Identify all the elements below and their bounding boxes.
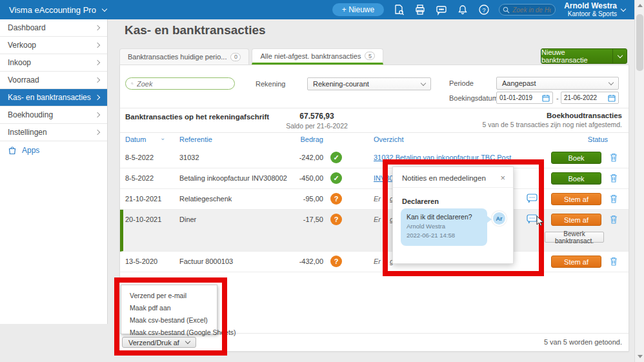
table-row[interactable]: 13-5-2020 Factuur 8000103 -432,00 ? Er i… — [120, 252, 629, 272]
chevron-right-icon — [95, 43, 100, 48]
cell-referentie: Relatiegeschenk — [179, 195, 232, 203]
help-search-box[interactable] — [499, 4, 556, 15]
row-action-button[interactable]: Boek — [551, 172, 601, 185]
tab-label: Alle niet-afgest. banktransacties — [260, 52, 361, 60]
row-action-button[interactable]: Stem af — [551, 193, 601, 205]
chevron-down-icon — [421, 80, 426, 85]
trash-icon[interactable] — [609, 214, 618, 226]
cell-datum: 21-10-2021 — [125, 195, 161, 203]
notes-popup-title: Notities en mededelingen — [402, 174, 486, 182]
date-to-input[interactable]: 21-06-2022 — [561, 92, 619, 104]
help-search-input[interactable] — [512, 5, 551, 15]
edit-banktransaction-button[interactable]: Bewerk banktransact. — [545, 232, 604, 243]
new-button[interactable]: + Nieuwe — [332, 3, 384, 16]
user-company: Kantoor & Sports — [564, 10, 617, 17]
trash-icon[interactable] — [609, 194, 618, 205]
period-select[interactable]: Aangepast — [496, 77, 619, 90]
column-referentie[interactable]: Referentie — [179, 136, 212, 143]
account-select[interactable]: Rekening-courant — [307, 77, 431, 90]
date-range-separator: - — [556, 94, 559, 102]
bookkeeping-summary: Boekhoudtransacties 5 van de 5 transacti… — [482, 112, 622, 128]
trash-icon[interactable] — [609, 152, 618, 164]
menu-item[interactable]: Maak pdf aan — [121, 302, 217, 314]
table-search-box[interactable] — [125, 77, 235, 90]
sidebar-item-label: Instellingen — [8, 128, 47, 137]
messages-icon[interactable] — [435, 3, 448, 16]
menu-item[interactable]: Verzend per e-mail — [121, 290, 217, 302]
account-select-value: Rekening-courant — [313, 80, 369, 88]
balance-amount: 67.576,93 — [246, 112, 388, 121]
row-action-button[interactable]: Boek — [551, 152, 601, 164]
balance-caption: Saldo per 21-6-2022 — [246, 122, 388, 130]
tab-count-badge: 0 — [230, 53, 241, 61]
document-search-icon[interactable] — [392, 3, 405, 16]
chevron-down-icon — [185, 339, 190, 344]
mouse-cursor-icon — [536, 216, 545, 227]
chevron-down-icon — [102, 6, 107, 11]
sidebar-item-label: Verkoop — [8, 41, 36, 50]
column-bedrag[interactable]: Bedrag — [262, 136, 323, 143]
new-banktransaction-label: Nieuwe banktransactie — [541, 49, 612, 63]
row-action-button[interactable]: Stem af — [551, 214, 601, 226]
cell-bedrag: -95,00 — [262, 195, 323, 203]
menu-item[interactable]: Maak csv-bestand (Excel) — [121, 314, 217, 327]
sidebar-item[interactable]: Verkoop — [0, 37, 107, 54]
comment-icon[interactable] — [527, 194, 538, 205]
page-scrollbar[interactable] — [634, 0, 644, 362]
calendar-icon[interactable] — [542, 94, 550, 102]
notes-popup: Notities en mededelingen × Declareren Ka… — [392, 166, 514, 264]
sidebar-item[interactable]: Dashboard — [0, 19, 107, 37]
chevron-down-icon — [621, 6, 626, 11]
cell-referentie: Factuur 8000103 — [179, 257, 233, 265]
user-menu[interactable]: Arnold Westra Kantoor & Sports — [564, 2, 625, 17]
tab[interactable]: Banktransacties huidige perio... 0 — [119, 48, 249, 65]
sidebar-item-apps[interactable]: Apps — [0, 141, 107, 159]
table-row[interactable]: 21-10-2021 Relatiegeschenk -95,00 ? Er i… — [120, 189, 629, 210]
trash-icon[interactable] — [609, 256, 618, 268]
sidebar-item[interactable]: Boekhouding — [0, 106, 107, 124]
calendar-icon[interactable] — [608, 94, 616, 102]
date-from-input[interactable]: 01-01-2019 — [496, 92, 553, 104]
scrollbar-thumb[interactable] — [636, 14, 643, 71]
app-window: Visma eAccounting Pro + Nieuwe — [0, 0, 644, 362]
sidebar-item[interactable]: Kas- en banktransacties — [0, 89, 107, 106]
tab-bar: Banktransacties huidige perio... 0 Alle … — [119, 48, 383, 65]
sidebar-item[interactable]: Instellingen — [0, 124, 107, 141]
sidebar: Dashboard Verkoop Inkoop Voorraad Kas- e… — [0, 19, 108, 324]
bookdate-label: Boekingsdatum — [449, 94, 498, 102]
sort-chevron-icon[interactable]: ⌄ — [160, 134, 165, 141]
brand-menu[interactable]: Visma eAccounting Pro — [0, 5, 129, 15]
brand-title: Visma eAccounting Pro — [9, 5, 96, 15]
sidebar-item[interactable]: Voorraad — [0, 72, 107, 89]
chevron-down-icon — [609, 79, 614, 85]
trash-icon[interactable] — [609, 173, 618, 185]
print-icon[interactable] — [414, 3, 427, 16]
sidebar-item[interactable]: Inkoop — [0, 54, 107, 72]
sidebar-item-label: Boekhouding — [8, 110, 53, 119]
column-overzicht[interactable]: Overzicht — [374, 136, 403, 143]
new-banktransaction-button[interactable]: Nieuwe banktransactie — [541, 48, 627, 64]
column-datum[interactable]: Datum — [125, 136, 146, 143]
send-print-label: Verzend/Druk af — [128, 339, 179, 347]
new-banktransaction-dropdown[interactable] — [612, 49, 627, 63]
scroll-up-icon[interactable] — [638, 4, 643, 7]
scroll-down-icon[interactable] — [638, 355, 643, 358]
column-status[interactable]: Status — [551, 136, 608, 143]
close-icon[interactable]: × — [500, 173, 505, 183]
notifications-bell-icon[interactable] — [456, 3, 469, 16]
row-action-button[interactable]: Stem af — [551, 256, 601, 268]
chevron-right-icon — [95, 60, 100, 65]
table-row[interactable]: 20-10-2021 Diner -17,50 ? Er is geen Ste… — [120, 210, 629, 252]
cell-bedrag: -432,00 — [262, 257, 323, 265]
help-icon[interactable]: ? — [478, 3, 490, 16]
chevron-right-icon — [95, 130, 100, 135]
page-title: Kas- en banktransacties — [125, 23, 266, 37]
search-icon — [131, 80, 134, 87]
table-row[interactable]: 8-5-2022 Betaling inkoopfactuur INV30800… — [120, 168, 629, 189]
note-message-bubble: Kan ik dit declareren? Arnold Westra 202… — [401, 208, 487, 246]
table-row[interactable]: 8-5-2022 31032 -242,00 ✓ 31032 Betaling … — [120, 148, 629, 168]
table-search-input[interactable] — [137, 80, 229, 88]
menu-item[interactable]: Maak csv-bestand (Google Sheets) — [121, 327, 217, 339]
note-topic: Declareren — [402, 197, 439, 205]
tab[interactable]: Alle niet-afgest. banktransacties 5 — [252, 48, 383, 65]
